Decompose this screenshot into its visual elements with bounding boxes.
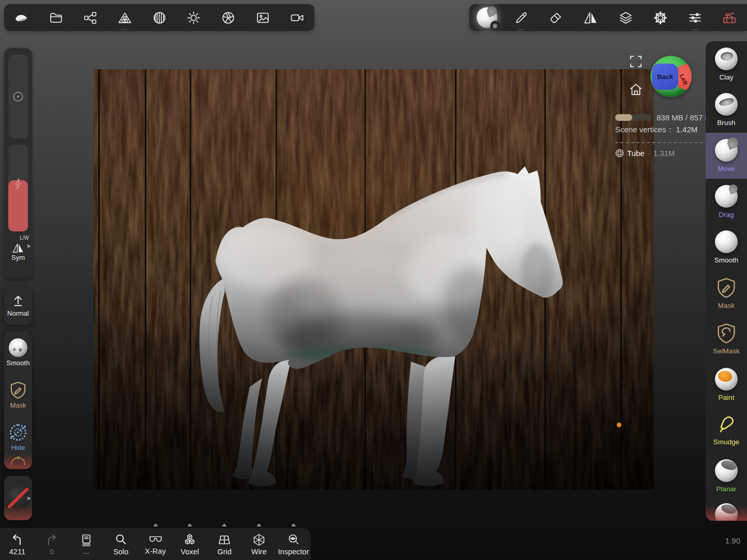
symmetry-toggle[interactable]: L/W ▶ Sym	[4, 236, 32, 275]
xray-label: X-Ray	[145, 547, 165, 555]
material-paint-button[interactable]	[539, 4, 573, 31]
xray-button[interactable]: X-Ray	[138, 528, 173, 560]
inspector-eye-magnifier-icon	[287, 533, 300, 547]
files-button[interactable]	[39, 4, 73, 31]
home-view-button[interactable]	[629, 83, 643, 97]
grid-expand-tick	[222, 523, 227, 526]
wire-button[interactable]: Wire	[241, 528, 276, 560]
quick-tool-hide[interactable]: Hide	[4, 416, 32, 458]
settings-button[interactable]	[643, 4, 678, 31]
scene-graph-button[interactable]	[73, 4, 108, 31]
tool-smooth-label: Smooth	[714, 256, 739, 264]
scene-vertices: Scene vertices： 1.42M	[615, 125, 697, 135]
tool-smooth[interactable]: Smooth	[706, 224, 747, 270]
stroke-reference-dot	[617, 423, 621, 427]
smooth-sphere-icon	[715, 230, 738, 253]
sym-expand-arrow[interactable]: ▶	[27, 243, 31, 248]
postprocess-aperture-icon	[221, 11, 235, 25]
settings-gear-icon	[653, 11, 667, 25]
scene-stats: 838 MB / 857 MB Scene vertices： 1.42M Tu…	[614, 110, 706, 167]
notes-button[interactable]: ...	[69, 528, 104, 560]
memory-text: 838 MB / 857 MB	[657, 113, 706, 122]
drag-sphere-icon	[715, 185, 738, 208]
background-image-button[interactable]	[246, 4, 280, 31]
tool-list-panel: Clay Brush Move Drag Smooth Mask SelMask…	[706, 41, 747, 521]
tool-drag[interactable]: Drag	[706, 179, 747, 225]
solo-magnifier-icon	[114, 533, 128, 547]
top-left-toolbar: ...	[4, 4, 314, 31]
redo-button[interactable]: 0	[35, 528, 69, 560]
material-button[interactable]	[142, 4, 177, 31]
intensity-slider[interactable]	[8, 145, 28, 231]
object-row[interactable]: Tube · 1.31M	[615, 149, 675, 158]
app-logo-button[interactable]	[4, 4, 39, 31]
tool-planar[interactable]: Planar	[706, 453, 747, 499]
toolbox-button[interactable]	[712, 4, 747, 31]
topology-button[interactable]: ...	[108, 4, 142, 31]
paint-sphere-icon	[715, 368, 738, 391]
camera-button[interactable]	[280, 4, 314, 31]
symmetry-mirror-icon	[584, 11, 598, 24]
quick-tool-smooth[interactable]: Smooth	[4, 331, 32, 374]
tool-flatten-partial[interactable]	[706, 499, 747, 521]
undo-button[interactable]: 4211	[0, 528, 35, 560]
voxel-button[interactable]: Voxel	[173, 528, 207, 560]
files-folder-icon	[49, 11, 63, 25]
solo-label: Solo	[113, 548, 128, 556]
alpha-selector[interactable]: ▶	[4, 476, 32, 520]
brush-preview-sphere-icon	[477, 7, 497, 28]
symmetry-button[interactable]	[573, 4, 608, 31]
brush-sliders-panel: L/W ▶ Sym	[4, 48, 32, 279]
no-alpha-icon	[7, 487, 29, 509]
background-image-icon	[256, 11, 270, 25]
parameters-more-dots: ...	[692, 25, 698, 30]
gizmo-face-back[interactable]: Back	[652, 64, 678, 90]
tool-smudge[interactable]: Smudge	[706, 408, 747, 454]
alpha-expand-arrow[interactable]: ▶	[27, 495, 31, 501]
planar-sphere-icon	[715, 459, 738, 482]
tool-brush-label: Brush	[717, 119, 735, 127]
tool-move[interactable]: Move	[706, 133, 747, 179]
move-sphere-icon	[715, 139, 738, 162]
smooth-label: Smooth	[7, 359, 30, 367]
fullscreen-button[interactable]	[629, 55, 643, 68]
tool-paint[interactable]: Paint	[706, 362, 747, 408]
tool-selmask[interactable]: SelMask	[706, 316, 747, 362]
lighting-button[interactable]	[176, 4, 211, 31]
tool-selmask-label: SelMask	[713, 347, 740, 355]
tool-brush[interactable]: Brush	[706, 87, 747, 133]
sculpt-viewport[interactable]	[94, 69, 654, 490]
wireframe-hexagon-icon	[252, 533, 266, 547]
inspector-button[interactable]: Inspector	[276, 528, 311, 560]
stroke-pencil-icon	[514, 11, 528, 25]
stroke-button[interactable]: ...	[504, 4, 539, 31]
brush-preview-button[interactable]	[469, 4, 504, 31]
tool-clay[interactable]: Clay	[706, 41, 747, 87]
tool-drag-label: Drag	[719, 211, 734, 219]
top-right-toolbar: ... ...	[469, 4, 747, 31]
tool-clay-label: Clay	[719, 73, 733, 81]
normal-label: Normal	[7, 309, 29, 317]
orientation-gizmo[interactable]: Left Back	[650, 56, 692, 97]
lighting-sun-icon	[187, 11, 201, 25]
solo-button[interactable]: Solo	[103, 528, 138, 560]
postprocess-button[interactable]	[211, 4, 246, 31]
tool-smudge-label: Smudge	[713, 438, 739, 446]
fullscreen-icon	[629, 55, 643, 68]
scene-vertices-value: 1.42M	[676, 125, 698, 134]
undo-icon	[10, 533, 24, 547]
tool-mask[interactable]: Mask	[706, 270, 747, 316]
radius-slider[interactable]	[8, 55, 28, 138]
parameters-button[interactable]: ...	[678, 4, 712, 31]
quick-tool-mask[interactable]: Mask	[4, 374, 32, 416]
bottom-toolbar: 4211 0 ... Solo X-Ray Voxel	[0, 528, 311, 560]
clay-sphere-icon	[715, 48, 738, 70]
grid-button[interactable]: Grid	[207, 528, 242, 560]
brush-settings-gear-icon[interactable]	[490, 21, 500, 31]
camera-video-icon	[290, 11, 304, 25]
normal-mode-button[interactable]: Normal	[4, 287, 32, 325]
redo-count: 0	[50, 548, 54, 556]
layers-button[interactable]	[608, 4, 643, 31]
sym-mirror-icon	[12, 242, 24, 254]
memory-bar	[615, 114, 651, 121]
